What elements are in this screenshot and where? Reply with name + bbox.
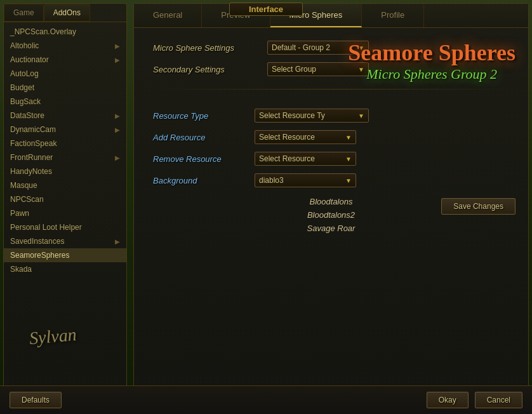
addon-item-dynamiccam[interactable]: DynamicCam ▶ <box>4 123 126 137</box>
content-area: Seamore Spheres Micro Spheres Group 2 Mi… <box>134 28 528 250</box>
addon-item-npcscan-overlay[interactable]: _NPCScan.Overlay <box>4 25 126 39</box>
addon-item-factionspeak[interactable]: FactionSpeak <box>4 137 126 150</box>
addon-title-area: Seamore Spheres Micro Spheres Group 2 <box>348 41 515 83</box>
dropdown-arrow-icon: ▼ <box>345 177 352 184</box>
expand-icon: ▶ <box>115 154 120 161</box>
expand-icon: ▶ <box>115 43 120 50</box>
addon-item-budget[interactable]: Budget <box>4 81 126 95</box>
addon-item-seamore-spheres[interactable]: SeamoreSpheres <box>4 248 126 262</box>
addon-item-autolog[interactable]: AutoLog <box>4 67 126 81</box>
okay-cancel-group: Okay Cancel <box>427 392 522 408</box>
addon-item-savedinstances[interactable]: SavedInstances ▶ <box>4 234 126 248</box>
save-changes-button[interactable]: Save Changes <box>441 198 515 215</box>
separator <box>153 89 509 90</box>
addon-item-personal-loot-helper[interactable]: Personal Loot Helper <box>4 220 126 234</box>
save-changes-area: Save Changes <box>441 198 515 215</box>
expand-icon: ▶ <box>115 112 120 119</box>
addon-item-pawn[interactable]: Pawn <box>4 206 126 220</box>
addon-item-frontrunner[interactable]: FrontRunner ▶ <box>4 150 126 164</box>
background-row: Background diablo3 ▼ <box>153 173 509 187</box>
title-bar: Interface <box>0 0 532 18</box>
dropdown-arrow-icon: ▼ <box>345 134 352 141</box>
addon-title-main: Seamore Spheres <box>348 41 515 66</box>
addon-item-altoholic[interactable]: Altoholic ▶ <box>4 39 126 53</box>
addon-title-sub: Micro Spheres Group 2 <box>348 66 515 83</box>
dropdown-arrow-icon: ▼ <box>345 156 352 163</box>
remove-resource-dropdown[interactable]: Select Resource ▼ <box>255 152 356 166</box>
cancel-button[interactable]: Cancel <box>475 392 522 408</box>
resource-type-label: Resource Type <box>153 111 255 121</box>
resource-item-3: Savage Roar <box>153 224 509 233</box>
addon-item-datastore[interactable]: DataStore ▶ <box>4 109 126 123</box>
addon-item-skada[interactable]: Skada <box>4 262 126 276</box>
background-dropdown[interactable]: diablo3 ▼ <box>255 173 356 187</box>
addon-item-auctionator[interactable]: Auctionator ▶ <box>4 53 126 67</box>
addon-item-masque[interactable]: Masque <box>4 178 126 192</box>
micro-sphere-settings-label: Micro Sphere Settings <box>153 43 267 53</box>
expand-icon: ▶ <box>115 126 120 133</box>
background-label: Background <box>153 176 255 185</box>
remove-resource-row: Remove Resource Select Resource ▼ <box>153 152 509 166</box>
remove-resource-label: Remove Resource <box>153 154 255 164</box>
dropdown-arrow-icon: ▼ <box>358 112 364 119</box>
defaults-button[interactable]: Defaults <box>10 392 62 408</box>
bottom-bar: Defaults Okay Cancel <box>0 385 532 414</box>
expand-icon: ▶ <box>115 238 120 245</box>
title-label: Interface <box>229 3 303 16</box>
resource-type-row: Resource Type Select Resource Ty ▼ <box>153 109 509 123</box>
add-resource-dropdown[interactable]: Select Resource ▼ <box>255 130 356 144</box>
sidebar: Game AddOns _NPCScan.Overlay Altoholic ▶… <box>3 3 127 411</box>
secondary-settings-label: Secondary Settings <box>153 65 267 74</box>
interface-panel: General Preview Micro Spheres Profile Se… <box>133 3 529 411</box>
addon-item-bugsack[interactable]: BugSack <box>4 95 126 109</box>
okay-button[interactable]: Okay <box>427 392 469 408</box>
add-resource-label: Add Resource <box>153 133 255 142</box>
decorative-game-text: Sylvan <box>29 324 77 349</box>
add-resource-row: Add Resource Select Resource ▼ <box>153 130 509 144</box>
resource-type-dropdown[interactable]: Select Resource Ty ▼ <box>255 109 369 123</box>
addon-item-npcscan[interactable]: NPCScan <box>4 192 126 206</box>
resource-section: Resource Type Select Resource Ty ▼ Add R… <box>153 109 509 187</box>
addon-item-handynotes[interactable]: HandyNotes <box>4 164 126 178</box>
expand-icon: ▶ <box>115 57 120 63</box>
